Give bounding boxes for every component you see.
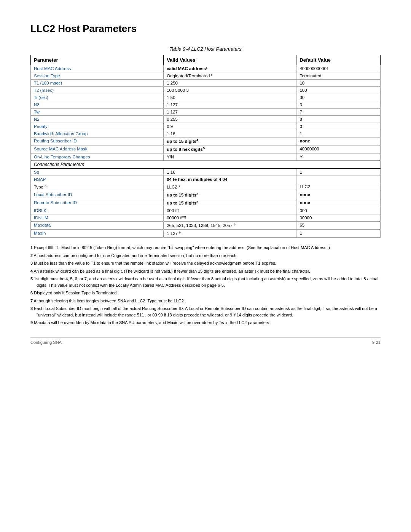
param-cell: Ti (sec) xyxy=(31,94,164,101)
default-cell: 65 xyxy=(296,222,381,230)
footnote: 9 Maxdata will be overridden by Maxdata … xyxy=(30,320,381,326)
value-cell: 0 9 xyxy=(164,123,296,130)
param-cell: MaxIn xyxy=(31,230,164,238)
value-cell: 265, 521, 1033, 1289, 1545, 2057 ⁹ xyxy=(164,222,296,230)
param-cell: N3 xyxy=(31,101,164,109)
value-cell: 1 250 xyxy=(164,80,296,87)
table-row: Priority0 90 xyxy=(31,123,381,130)
param-cell: Maxdata xyxy=(31,222,164,230)
table-row: Session TypeOriginated/Terminated ²Termi… xyxy=(31,72,381,80)
footnote: 3 Must be less than the value fo T1 to e… xyxy=(30,260,381,267)
value-cell: 1 16 xyxy=(164,130,296,137)
param-cell: IDNUM xyxy=(31,214,164,222)
value-cell: valid MAC address¹ xyxy=(164,65,296,72)
footer-right: 9-21 xyxy=(372,340,381,345)
value-cell: Originated/Terminated ² xyxy=(164,72,296,80)
llc2-parameters-table: Parameter Valid Values Default Value Hos… xyxy=(30,55,381,238)
default-cell: 0 xyxy=(296,123,381,130)
value-cell: up to 15 digits⁸ xyxy=(164,199,296,207)
table-row: On-Line Temporary ChangesY/NY xyxy=(31,153,381,161)
default-cell: 10 xyxy=(296,80,381,87)
table-row: Source MAC Address Maskup to 8 hex digit… xyxy=(31,145,381,153)
param-cell: T1 (100 msec) xyxy=(31,80,164,87)
default-cell: 8 xyxy=(296,116,381,123)
table-row: Ti (sec)1 5030 xyxy=(31,94,381,101)
param-cell: Session Type xyxy=(31,72,164,80)
default-cell: none xyxy=(296,191,381,199)
table-caption: Table 9-4 LLC2 Host Parameters xyxy=(30,46,381,52)
table-row: Routing Subscriber IDup to 15 digits⁴non… xyxy=(31,137,381,145)
value-cell: up to 15 digits⁸ xyxy=(164,191,296,199)
value-cell: up to 8 hex digits⁵ xyxy=(164,145,296,153)
table-row: Type ⁶LLC2 ⁷LLC2 xyxy=(31,183,381,191)
default-cell: 3 xyxy=(296,101,381,109)
table-row: Maxdata265, 521, 1033, 1289, 1545, 2057 … xyxy=(31,222,381,230)
table-row: Remote Subscriber IDup to 15 digits⁸none xyxy=(31,199,381,207)
page-footer: Configuring SNA 9-21 xyxy=(30,337,381,345)
footer-left: Configuring SNA xyxy=(30,340,62,345)
param-cell: Tw xyxy=(31,109,164,116)
default-cell: 100 xyxy=(296,87,381,94)
value-cell: Y/N xyxy=(164,153,296,161)
default-cell: 1 xyxy=(296,130,381,137)
footnote: 6 Displayed only if Session Type is Term… xyxy=(30,290,381,296)
param-cell: Host MAC Address xyxy=(31,65,164,72)
value-cell: up to 15 digits⁴ xyxy=(164,137,296,145)
table-row: N20 2558 xyxy=(31,116,381,123)
param-cell: On-Line Temporary Changes xyxy=(31,153,164,161)
table-row: N31 1273 xyxy=(31,101,381,109)
default-cell: 40000000 xyxy=(296,145,381,153)
footnote: 8 Each Local Subscriber ID must begin wi… xyxy=(30,305,381,318)
param-cell: Source MAC Address Mask xyxy=(31,145,164,153)
value-cell: 000 fff xyxy=(164,207,296,214)
default-cell: 30 xyxy=(296,94,381,101)
default-cell: 1 xyxy=(296,230,381,238)
default-cell xyxy=(296,176,381,183)
param-cell: IDBLK xyxy=(31,207,164,214)
value-cell: 04 fe hex, in multiples of 4 04 xyxy=(164,176,296,183)
table-row: IDBLK000 fff000 xyxy=(31,207,381,214)
param-cell: T2 (msec) xyxy=(31,87,164,94)
footnotes-section: 1 Except fffffffff . Must be in 802.5 (T… xyxy=(30,244,381,326)
col-header-parameter: Parameter xyxy=(31,55,164,65)
default-cell: 00000 xyxy=(296,214,381,222)
footnote: 5 1st digit must be 4, 5, 6, or 7, and a… xyxy=(30,276,381,288)
param-cell: Routing Subscriber ID xyxy=(31,137,164,145)
value-cell: 1 127 xyxy=(164,109,296,116)
table-row: Sq1 161 xyxy=(31,169,381,176)
param-cell: Remote Subscriber ID xyxy=(31,199,164,207)
param-cell: Sq xyxy=(31,169,164,176)
table-row: MaxIn1 127 ⁹1 xyxy=(31,230,381,238)
footnote: 2 A host address can be configured for o… xyxy=(30,252,381,259)
param-cell: Bandwidth Allocation Group xyxy=(31,130,164,137)
value-cell: 1 16 xyxy=(164,169,296,176)
table-row: T1 (100 msec)1 25010 xyxy=(31,80,381,87)
param-cell: HSAP xyxy=(31,176,164,183)
param-cell: Local Subscriber ID xyxy=(31,191,164,199)
param-cell: N2 xyxy=(31,116,164,123)
default-cell: 000 xyxy=(296,207,381,214)
value-cell: 1 50 xyxy=(164,94,296,101)
value-cell: 1 127 ⁹ xyxy=(164,230,296,238)
default-cell: none xyxy=(296,137,381,145)
connections-parameters-header: Connections Parameters xyxy=(31,161,381,169)
table-row: Tw1 1277 xyxy=(31,109,381,116)
table-row: HSAP04 fe hex, in multiples of 4 04 xyxy=(31,176,381,183)
default-cell: 1 xyxy=(296,169,381,176)
table-row: T2 (msec)100 5000 3100 xyxy=(31,87,381,94)
value-cell: 0 255 xyxy=(164,116,296,123)
footnote: 4 An asterisk wildcard can be used as a … xyxy=(30,268,381,275)
default-cell: LLC2 xyxy=(296,183,381,191)
param-cell: Priority xyxy=(31,123,164,130)
default-cell: Terminated xyxy=(296,72,381,80)
param-cell: Type ⁶ xyxy=(31,183,164,191)
value-cell: 100 5000 3 xyxy=(164,87,296,94)
table-row: Host MAC Addressvalid MAC address¹400000… xyxy=(31,65,381,72)
value-cell: 1 127 xyxy=(164,101,296,109)
table-row: Bandwidth Allocation Group1 161 xyxy=(31,130,381,137)
col-header-valid-values: Valid Values xyxy=(164,55,296,65)
footnote: 1 Except fffffffff . Must be in 802.5 (T… xyxy=(30,244,381,251)
default-cell: none xyxy=(296,199,381,207)
value-cell: 00000 fffff xyxy=(164,214,296,222)
value-cell: LLC2 ⁷ xyxy=(164,183,296,191)
